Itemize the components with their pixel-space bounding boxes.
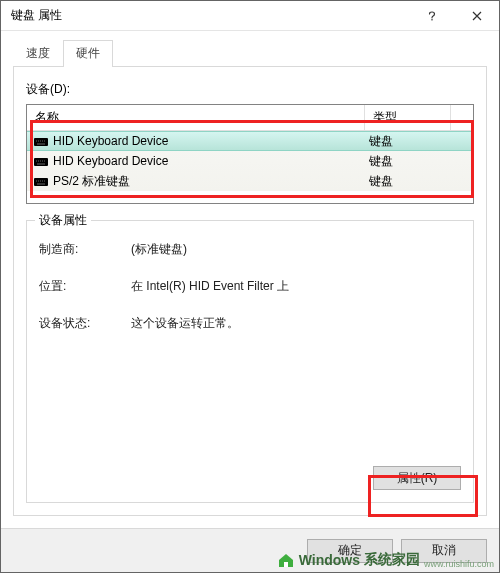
properties-button[interactable]: 属性(R) (373, 466, 461, 490)
device-name: HID Keyboard Device (53, 134, 365, 148)
device-row[interactable]: HID Keyboard Device 键盘 (27, 131, 473, 151)
manufacturer-label: 制造商: (39, 241, 131, 258)
window: 键盘 属性 速度 硬件 设备(D): 名称 类型 (0, 0, 500, 573)
tab-strip: 速度 硬件 (13, 39, 487, 67)
device-name: PS/2 标准键盘 (53, 173, 365, 190)
properties-button-area: 属性(R) (39, 458, 461, 490)
dialog-footer: 确定 取消 (1, 528, 499, 572)
window-title: 键盘 属性 (1, 7, 62, 24)
keyboard-icon (33, 133, 49, 149)
device-list-header: 名称 类型 (27, 105, 473, 131)
device-row[interactable]: HID Keyboard Device 键盘 (27, 151, 473, 171)
titlebar: 键盘 属性 (1, 1, 499, 31)
tab-hardware[interactable]: 硬件 (63, 40, 113, 67)
ok-button[interactable]: 确定 (307, 539, 393, 563)
column-type[interactable]: 类型 (365, 105, 451, 130)
svg-rect-1 (34, 158, 48, 166)
device-row[interactable]: PS/2 标准键盘 键盘 (27, 171, 473, 191)
help-button[interactable] (409, 1, 454, 30)
column-filler (451, 105, 473, 130)
group-legend: 设备属性 (35, 212, 91, 229)
location-value: 在 Intel(R) HID Event Filter 上 (131, 278, 461, 295)
location-label: 位置: (39, 278, 131, 295)
manufacturer-value: (标准键盘) (131, 241, 461, 258)
device-name: HID Keyboard Device (53, 154, 365, 168)
device-list[interactable]: 名称 类型 HID Keyboard Device 键盘 (26, 104, 474, 204)
column-name[interactable]: 名称 (27, 105, 365, 130)
prop-manufacturer: 制造商: (标准键盘) (39, 241, 461, 258)
device-type: 键盘 (365, 153, 473, 170)
window-controls (409, 1, 499, 30)
svg-rect-0 (34, 138, 48, 146)
device-type: 键盘 (365, 173, 473, 190)
device-properties-group: 设备属性 制造商: (标准键盘) 位置: 在 Intel(R) HID Even… (26, 220, 474, 503)
prop-status: 设备状态: 这个设备运转正常。 (39, 315, 461, 332)
status-label: 设备状态: (39, 315, 131, 332)
cancel-button[interactable]: 取消 (401, 539, 487, 563)
content-area: 速度 硬件 设备(D): 名称 类型 HID Keyboard Device (1, 31, 499, 528)
prop-location: 位置: 在 Intel(R) HID Event Filter 上 (39, 278, 461, 295)
svg-rect-2 (34, 178, 48, 186)
device-type: 键盘 (365, 133, 473, 150)
devices-label: 设备(D): (26, 81, 474, 98)
keyboard-icon (33, 153, 49, 169)
device-rows: HID Keyboard Device 键盘 HID Keyboard Devi… (27, 131, 473, 191)
close-button[interactable] (454, 1, 499, 30)
keyboard-icon (33, 173, 49, 189)
status-value: 这个设备运转正常。 (131, 315, 461, 332)
tab-body-hardware: 设备(D): 名称 类型 HID Keyboard Device 键盘 (13, 67, 487, 516)
tab-speed[interactable]: 速度 (13, 40, 63, 67)
